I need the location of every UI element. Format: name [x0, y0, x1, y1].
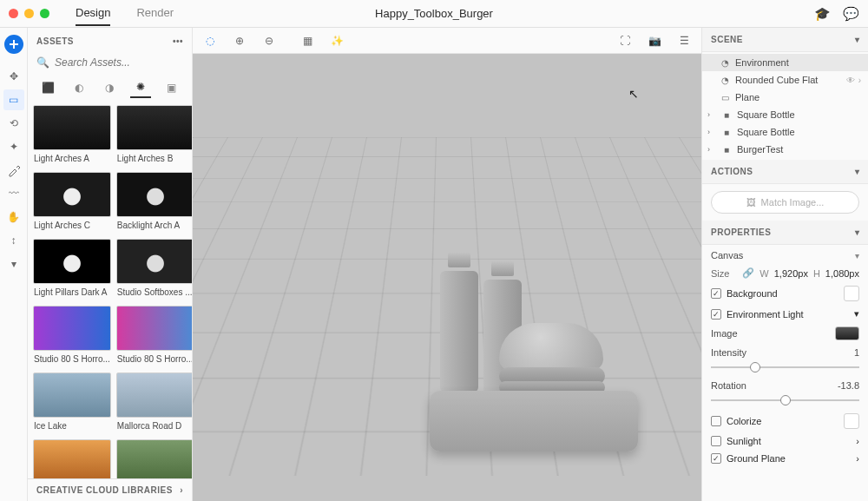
- window-close[interactable]: [9, 9, 18, 18]
- intensity-value[interactable]: 1: [854, 347, 859, 358]
- search-input[interactable]: [55, 56, 186, 69]
- properties-title: PROPERTIES: [711, 227, 771, 237]
- scene-item-icon: ■: [721, 145, 732, 155]
- chevron-right-icon[interactable]: ›: [856, 453, 859, 464]
- add-to-selection-icon[interactable]: ⊕: [231, 32, 248, 49]
- asset-item[interactable]: Light Arches A: [33, 105, 111, 167]
- scene-item[interactable]: ›■BurgerTest: [702, 141, 868, 158]
- asset-thumb: [116, 172, 192, 217]
- asset-item[interactable]: Light Arches C: [33, 172, 111, 234]
- viewport[interactable]: ↖: [193, 54, 701, 501]
- chevron-right-icon[interactable]: ›: [856, 436, 859, 446]
- asset-item[interactable]: Mallorca Road D: [116, 372, 192, 434]
- dolly-tool-icon[interactable]: ↕: [3, 230, 24, 251]
- asset-tab-lights-icon[interactable]: ✺: [130, 77, 151, 98]
- ccl-title[interactable]: CREATIVE CLOUD LIBRARIES: [36, 485, 173, 495]
- scene-item[interactable]: ›■Square Bottle: [702, 123, 868, 141]
- rotation-value[interactable]: -13.8: [838, 380, 859, 391]
- height-value[interactable]: 1,080px: [825, 268, 859, 279]
- sunlight-label: Sunlight: [727, 436, 761, 446]
- asset-item[interactable]: Light Pillars Dark A: [33, 239, 111, 300]
- camera-bookmark-icon[interactable]: 📷: [646, 32, 663, 49]
- asset-item[interactable]: Topanga Forest B: [116, 439, 192, 478]
- scene-item[interactable]: ▭Plane: [702, 89, 868, 106]
- lasso-icon[interactable]: 〰: [3, 183, 24, 204]
- scene-item-icon: ■: [721, 128, 732, 137]
- rotation-slider[interactable]: [711, 394, 859, 406]
- move-tool-icon[interactable]: ✥: [3, 66, 24, 87]
- asset-item[interactable]: Studio 80 S Horro...: [33, 306, 111, 367]
- effects-icon[interactable]: ✨: [328, 32, 345, 49]
- select-tool-icon[interactable]: ▭: [3, 89, 24, 110]
- scene-item[interactable]: ◔Rounded Cube Flat👁›: [702, 71, 868, 89]
- asset-item[interactable]: Studio 80 S Horro...: [116, 306, 192, 367]
- render-settings-icon[interactable]: ☰: [675, 32, 693, 49]
- chevron-right-icon[interactable]: ›: [707, 128, 716, 136]
- tab-render[interactable]: Render: [136, 1, 174, 26]
- cursor-icon: ↖: [628, 87, 639, 101]
- eyedropper-icon[interactable]: [3, 160, 24, 181]
- document-title: Happy_Toolbox_Burger: [375, 7, 493, 20]
- asset-tab-models-icon[interactable]: ⬛: [38, 77, 59, 98]
- intensity-slider[interactable]: [711, 361, 859, 373]
- width-label: W: [760, 268, 768, 279]
- visibility-icon[interactable]: 👁: [846, 76, 855, 85]
- asset-thumb: [33, 372, 111, 418]
- lock-icon[interactable]: ›: [858, 76, 861, 85]
- chevron-right-icon[interactable]: ›: [707, 145, 716, 154]
- image-label: Image: [711, 328, 738, 339]
- hand-tool-icon[interactable]: ✋: [3, 207, 24, 227]
- chevron-down-icon[interactable]: ▾: [855, 167, 860, 176]
- sunlight-checkbox[interactable]: [711, 436, 721, 446]
- asset-item[interactable]: Light Arches B: [116, 105, 192, 167]
- add-button[interactable]: [4, 35, 23, 54]
- asset-label: Light Pillars Dark A: [33, 286, 111, 300]
- snap-icon[interactable]: ▦: [299, 32, 316, 49]
- asset-item[interactable]: Sunrise Campsite: [33, 439, 111, 478]
- scene-item[interactable]: ›■Square Bottle: [702, 106, 868, 123]
- chevron-right-icon[interactable]: ›: [707, 110, 716, 119]
- learn-icon[interactable]: 🎓: [814, 6, 831, 22]
- background-checkbox[interactable]: [711, 288, 721, 299]
- chevron-down-icon[interactable]: ▾: [855, 251, 859, 260]
- asset-item[interactable]: Studio Softboxes ...: [116, 239, 192, 300]
- colorize-swatch[interactable]: [844, 413, 859, 429]
- subtract-selection-icon[interactable]: ⊖: [260, 32, 278, 49]
- chevron-down-icon[interactable]: ▾: [855, 35, 860, 44]
- asset-item[interactable]: Backlight Arch A: [116, 172, 192, 234]
- window-maximize[interactable]: [40, 9, 49, 18]
- env-image-swatch[interactable]: [835, 326, 859, 340]
- scene-item[interactable]: ◔Environment: [702, 54, 868, 71]
- asset-label: Light Arches C: [33, 219, 111, 234]
- colorize-checkbox[interactable]: [711, 416, 721, 426]
- width-value[interactable]: 1,920px: [774, 268, 808, 279]
- canvas-label: Canvas: [711, 250, 743, 260]
- asset-thumb: [33, 239, 111, 284]
- link-icon[interactable]: 🔗: [742, 267, 754, 279]
- asset-tab-materials-icon[interactable]: ◐: [69, 77, 89, 98]
- chevron-down-icon[interactable]: ▾: [854, 308, 859, 320]
- rotate-tool-icon[interactable]: ⟲: [3, 113, 24, 134]
- tab-design[interactable]: Design: [76, 1, 110, 26]
- magic-wand-icon[interactable]: ✦: [3, 136, 24, 157]
- intensity-label: Intensity: [711, 347, 746, 358]
- background-swatch[interactable]: [844, 286, 859, 301]
- window-minimize[interactable]: [24, 9, 34, 18]
- ground-plane-checkbox[interactable]: [711, 453, 721, 464]
- scene-item-label: Square Bottle: [737, 109, 861, 120]
- camera-tool-icon[interactable]: ▾: [3, 254, 24, 274]
- asset-tab-images-icon[interactable]: ▣: [161, 77, 181, 98]
- marquee-select-icon[interactable]: ◌: [201, 32, 219, 49]
- asset-item[interactable]: Ice Lake: [33, 372, 111, 434]
- match-image-button[interactable]: 🖼 Match Image...: [711, 191, 859, 214]
- frame-icon[interactable]: ⛶: [616, 32, 634, 49]
- env-light-checkbox[interactable]: [711, 309, 721, 320]
- chevron-right-icon[interactable]: ›: [180, 485, 183, 495]
- asset-label: Light Arches B: [116, 152, 192, 167]
- chat-icon[interactable]: 💬: [843, 6, 859, 22]
- assets-more-icon[interactable]: •••: [173, 36, 183, 46]
- assets-title: ASSETS: [36, 36, 74, 46]
- chevron-down-icon[interactable]: ▾: [855, 227, 860, 237]
- asset-thumb: [116, 439, 192, 478]
- asset-tab-shapes-icon[interactable]: ◑: [99, 77, 120, 98]
